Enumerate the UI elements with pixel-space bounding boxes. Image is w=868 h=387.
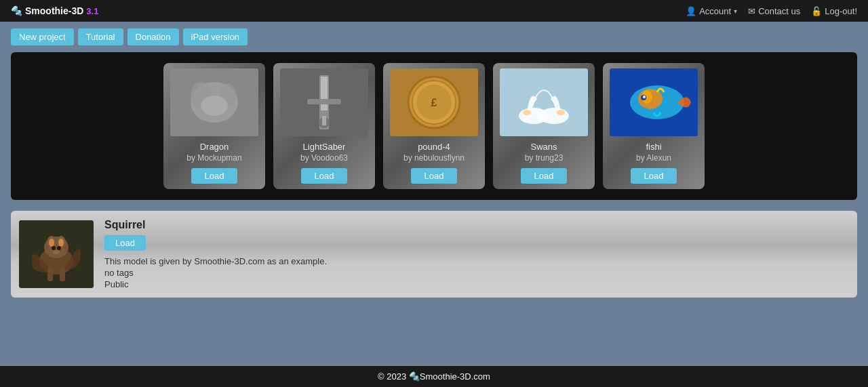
new-project-button[interactable]: New project	[11, 28, 74, 45]
chevron-down-icon: ▾	[734, 7, 737, 15]
logout-icon: 🔓	[811, 6, 822, 16]
app-logo: 🔩 Smoothie-3D 3.1	[11, 5, 98, 16]
fishi-thumbnail	[610, 68, 698, 136]
svg-rect-8	[307, 99, 341, 104]
tutorial-button[interactable]: Tutorial	[78, 28, 123, 45]
squirrel-visibility: Public	[104, 279, 849, 289]
featured-card-pound4: £ pound-4 by nebulousflynn Load	[383, 63, 485, 189]
pound4-image: £	[390, 68, 478, 136]
fishi-load-button[interactable]: Load	[631, 168, 677, 184]
logo-icon: 🔩	[11, 5, 22, 16]
footer: © 2023 🔩Smoothie-3D.com	[0, 366, 868, 387]
app-version: 3.1	[86, 6, 98, 16]
featured-card-fishi: fishi by Alexun Load	[603, 63, 705, 189]
dragon-load-button[interactable]: Load	[191, 168, 238, 184]
header-nav: 👤 Account ▾ ✉ Contact us 🔓 Log-out!	[686, 6, 857, 16]
swans-author: by trung23	[525, 153, 564, 163]
svg-text:£: £	[431, 97, 437, 108]
app-name: Smoothie-3D	[25, 5, 83, 16]
svg-point-35	[57, 246, 61, 250]
squirrel-load-button[interactable]: Load	[104, 235, 146, 251]
squirrel-thumbnail	[19, 220, 94, 288]
svg-point-32	[49, 239, 54, 247]
main-content: Dragon by Mockupman Load LightSaber	[0, 52, 868, 366]
featured-card-dragon: Dragon by Mockupman Load	[163, 63, 265, 189]
svg-point-18	[539, 108, 569, 124]
swans-title: Swans	[530, 142, 557, 152]
pound4-thumbnail: £	[390, 68, 478, 136]
svg-point-33	[58, 239, 64, 247]
squirrel-image	[19, 220, 94, 288]
squirrel-tags: no tags	[104, 268, 849, 278]
lightsaber-thumbnail	[280, 68, 368, 136]
swans-thumbnail	[500, 68, 588, 136]
donation-button[interactable]: Donation	[127, 28, 179, 45]
swans-image	[500, 68, 588, 136]
featured-card-lightsaber: LightSaber by Voodoo63 Load	[273, 63, 375, 189]
pound4-author: by nebulousflynn	[403, 153, 465, 163]
svg-point-19	[523, 110, 531, 115]
mail-icon: ✉	[748, 6, 755, 16]
account-label: Account	[699, 6, 731, 16]
lightsaber-title: LightSaber	[303, 142, 346, 152]
svg-rect-7	[321, 77, 328, 110]
pound4-load-button[interactable]: Load	[411, 168, 458, 184]
dragon-thumbnail	[170, 68, 258, 136]
header: 🔩 Smoothie-3D 3.1 👤 Account ▾ ✉ Contact …	[0, 0, 868, 22]
logout-label: Log-out!	[825, 6, 857, 16]
svg-rect-16	[500, 68, 588, 136]
swans-load-button[interactable]: Load	[521, 168, 568, 184]
squirrel-name: Squirrel	[104, 219, 849, 231]
account-link[interactable]: 👤 Account ▾	[686, 6, 737, 16]
toolbar: New project Tutorial Donation iPad versi…	[0, 22, 868, 52]
svg-rect-10	[322, 116, 326, 125]
dragon-image	[170, 68, 258, 136]
dragon-title: Dragon	[200, 142, 229, 152]
lightsaber-author: by Voodoo63	[300, 153, 348, 163]
pound4-title: pound-4	[418, 142, 450, 152]
featured-panel: Dragon by Mockupman Load LightSaber	[11, 52, 857, 200]
svg-point-26	[643, 96, 646, 98]
ipad-version-button[interactable]: iPad version	[183, 28, 248, 45]
fishi-title: fishi	[646, 142, 661, 152]
squirrel-info: Squirrel Load This model is given by Smo…	[104, 219, 849, 289]
svg-point-20	[557, 110, 565, 115]
fishi-author: by Alexun	[636, 153, 671, 163]
footer-copyright: © 2023	[378, 371, 406, 382]
svg-rect-38	[60, 268, 65, 281]
svg-point-36	[53, 250, 60, 254]
footer-brand: 🔩Smoothie-3D.com	[409, 371, 490, 382]
lightsaber-image	[280, 68, 368, 136]
svg-point-4	[201, 96, 228, 116]
model-row-squirrel: Squirrel Load This model is given by Smo…	[11, 211, 857, 298]
svg-rect-37	[47, 268, 53, 281]
logout-link[interactable]: 🔓 Log-out!	[811, 6, 857, 16]
dragon-author: by Mockupman	[186, 153, 241, 163]
lightsaber-load-button[interactable]: Load	[301, 168, 348, 184]
featured-card-swans: Swans by trung23 Load	[493, 63, 595, 189]
contact-label: Contact us	[758, 6, 800, 16]
featured-grid: Dragon by Mockupman Load LightSaber	[22, 63, 846, 189]
contact-link[interactable]: ✉ Contact us	[748, 6, 800, 16]
svg-point-34	[52, 246, 56, 250]
fishi-image	[610, 68, 698, 136]
squirrel-description: This model is given by Smoothie-3D.com a…	[104, 256, 849, 266]
account-icon: 👤	[686, 6, 696, 16]
